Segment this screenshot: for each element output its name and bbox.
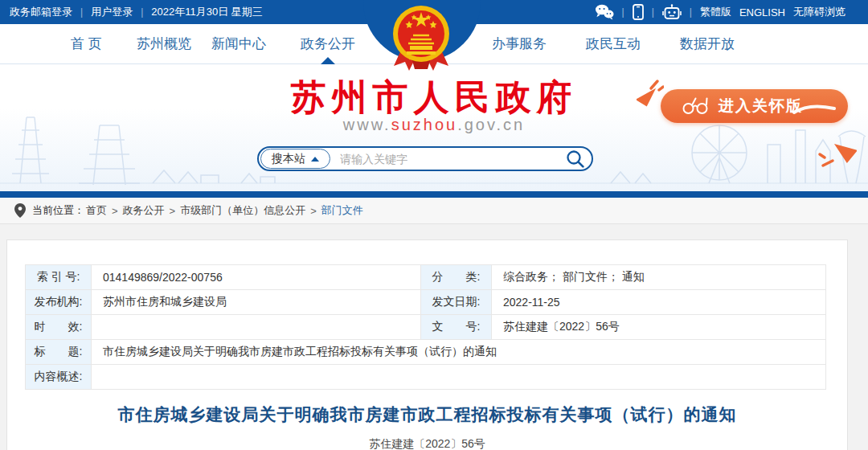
meta-label-validity: 时 效:	[26, 315, 92, 340]
table-row: 内容概述:	[26, 365, 826, 390]
table-row: 索 引 号: 014149869/2022-00756 分 类: 综合政务； 部…	[26, 265, 826, 290]
caret-up-icon	[311, 157, 319, 162]
care-version-button[interactable]: 进入关怀版	[661, 89, 848, 123]
mobile-icon[interactable]	[633, 4, 644, 20]
topbar-right: | | | 繁體版 ENGLISH 无障碍浏览	[595, 4, 845, 20]
mail-login-link[interactable]: 政务邮箱登录	[10, 5, 72, 19]
spark-decoration-right	[817, 140, 857, 169]
meta-label-category: 分 类:	[421, 265, 492, 290]
magnifier-icon	[566, 149, 585, 169]
robot-icon[interactable]	[662, 4, 682, 20]
breadcrumb-separator: >	[170, 205, 176, 217]
meta-label-doc-number: 文 号:	[421, 315, 492, 340]
nav-item-gov-info[interactable]: 政务公开	[301, 24, 355, 64]
separator: |	[141, 6, 143, 18]
meta-label-summary: 内容概述:	[26, 365, 92, 390]
current-date: 2022年11月30日 星期三	[151, 5, 263, 19]
user-login-link[interactable]: 用户登录	[91, 5, 133, 19]
meta-value-validity	[92, 315, 421, 340]
meta-value-index-number: 014149869/2022-00756	[92, 265, 421, 290]
search-input[interactable]	[340, 153, 566, 166]
meta-value-summary	[92, 365, 826, 390]
meta-label-title: 标 题:	[26, 340, 92, 365]
meta-value-category: 综合政务； 部门文件； 通知	[492, 265, 826, 290]
table-row: 发布机构: 苏州市住房和城乡建设局 发文日期: 2022-11-25	[26, 290, 826, 315]
meta-label-index-number: 索 引 号:	[26, 265, 92, 290]
document-meta-table: 索 引 号: 014149869/2022-00756 分 类: 综合政务； 部…	[25, 264, 826, 390]
breadcrumb-item-gov-info[interactable]: 政务公开	[123, 203, 165, 218]
glasses-icon	[682, 96, 709, 116]
topbar-left: 政务邮箱登录 | 用户登录 | 2022年11月30日 星期三	[10, 5, 263, 19]
wechat-icon[interactable]	[595, 4, 614, 20]
separator: |	[652, 6, 654, 18]
nav-item-home[interactable]: 首 页	[71, 24, 102, 64]
nav-item-interact[interactable]: 政民互动	[586, 24, 641, 64]
meta-label-issue-date: 发文日期:	[421, 290, 492, 315]
separator: |	[622, 6, 624, 18]
meta-value-title: 市住房城乡建设局关于明确我市房建市政工程招标投标有关事项（试行）的通知	[92, 340, 826, 365]
nav-item-services[interactable]: 办事服务	[492, 24, 547, 64]
banner: 苏州市人民政府 www.suzhou.gov.cn 搜本站 进入关怀版	[0, 64, 868, 191]
page-root: 政务邮箱登录 | 用户登录 | 2022年11月30日 星期三 | | | 繁體…	[0, 0, 868, 450]
breadcrumb-item-current[interactable]: 部门文件	[321, 203, 363, 218]
table-row: 时 效: 文 号: 苏住建建〔2022〕56号	[26, 315, 826, 340]
meta-value-issuing-agency: 苏州市住房和城乡建设局	[92, 290, 421, 315]
english-version-link[interactable]: ENGLISH	[739, 6, 785, 18]
document-number: 苏住建建〔2022〕56号	[25, 437, 829, 450]
nav-item-overview[interactable]: 苏州概览	[137, 24, 191, 64]
care-version-label: 进入关怀版	[719, 96, 803, 117]
document-title: 市住房城乡建设局关于明确我市房建市政工程招标投标有关事项（试行）的通知	[25, 403, 829, 426]
active-tab-indicator	[321, 57, 335, 64]
search-button[interactable]	[566, 149, 585, 169]
search-scope-selector[interactable]: 搜本站	[260, 149, 330, 169]
breadcrumb-prefix: 当前位置：	[32, 203, 84, 218]
meta-value-doc-number: 苏住建建〔2022〕56号	[492, 315, 826, 340]
search-bar: 搜本站	[257, 146, 593, 171]
url-prefix: www.	[343, 116, 391, 133]
table-row: 标 题: 市住房城乡建设局关于明确我市房建市政工程招标投标有关事项（试行）的通知	[26, 340, 826, 365]
url-suffix: .gov.cn	[457, 116, 525, 133]
spark-decoration-left	[637, 79, 664, 109]
separator: |	[690, 6, 692, 18]
meta-value-issue-date: 2022-11-25	[492, 290, 826, 315]
national-emblem-logo	[391, 3, 452, 74]
swirl-decoration	[792, 103, 837, 116]
nav-item-news[interactable]: 新闻中心	[211, 24, 266, 64]
divider-bar	[0, 191, 868, 198]
breadcrumb-item-home[interactable]: 首页	[86, 203, 107, 218]
document-card: 索 引 号: 014149869/2022-00756 分 类: 综合政务； 部…	[6, 239, 848, 450]
breadcrumb-separator: >	[310, 205, 317, 217]
search-scope-label: 搜本站	[272, 152, 305, 166]
location-pin-icon	[14, 203, 26, 218]
separator: |	[80, 6, 83, 18]
nav-item-opendata[interactable]: 数据开放	[680, 24, 735, 64]
traditional-version-link[interactable]: 繁體版	[700, 5, 731, 19]
accessibility-link[interactable]: 无障碍浏览	[793, 5, 845, 19]
breadcrumb-item-departments[interactable]: 市级部门（单位）信息公开	[180, 203, 305, 218]
breadcrumb-separator: >	[112, 205, 118, 217]
nav-item-label: 政务公开	[301, 36, 355, 51]
meta-label-issuing-agency: 发布机构:	[26, 290, 92, 315]
url-highlight: suzhou	[391, 116, 458, 133]
breadcrumb: 当前位置： 首页 > 政务公开 > 市级部门（单位）信息公开 > 部门文件	[0, 198, 868, 224]
